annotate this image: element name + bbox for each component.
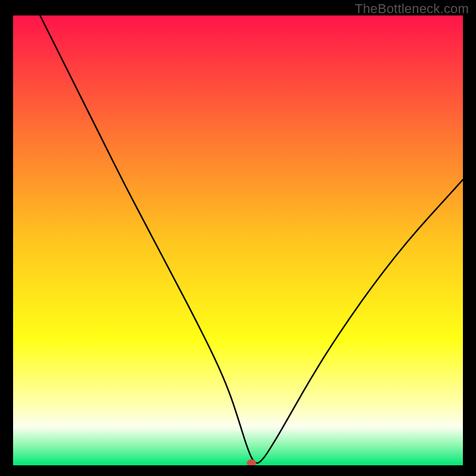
chart-svg bbox=[13, 15, 463, 465]
watermark-text: TheBottleneck.com bbox=[355, 1, 469, 17]
plot-area bbox=[13, 15, 463, 465]
chart-frame: TheBottleneck.com bbox=[0, 0, 476, 476]
gradient-rect bbox=[13, 15, 463, 465]
